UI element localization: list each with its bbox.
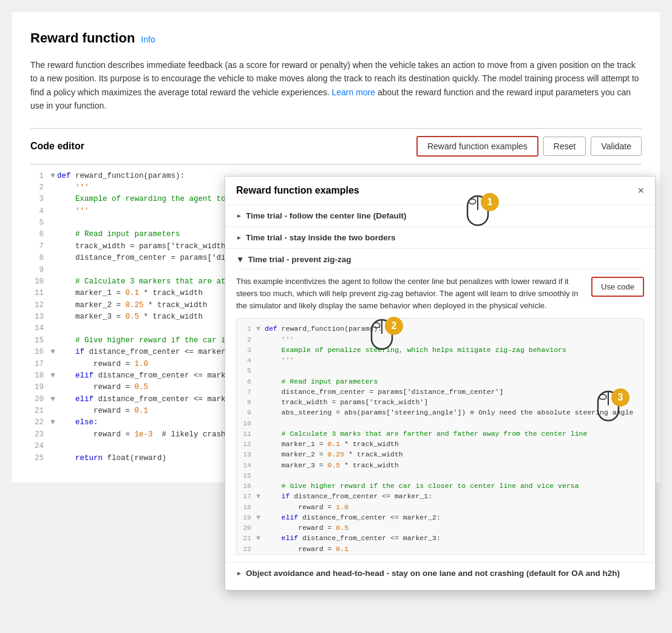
annotation-circle-1: 1 bbox=[481, 193, 499, 211]
modal-code-line: 23▼ else: bbox=[237, 554, 643, 555]
modal-code-line: 3 Example of penalize steering, which he… bbox=[237, 345, 643, 355]
modal-code-line: 20 reward = 0.5 bbox=[237, 523, 643, 533]
accordion-item-1: ► Time trial - follow the center line (D… bbox=[225, 205, 655, 227]
modal-code-line: 9 abs_steering = abs(params['steering_an… bbox=[237, 407, 643, 418]
modal-code-line: 18 reward = 1.0 bbox=[237, 502, 643, 512]
modal-code-line: 15 bbox=[237, 470, 643, 481]
svg-point-8 bbox=[599, 394, 606, 399]
modal-code-line: 7 distance_from_center = params['distanc… bbox=[237, 387, 643, 397]
chevron-right-icon-1: ► bbox=[236, 212, 242, 219]
accordion-label-1: Time trial - follow the center line (Def… bbox=[246, 211, 407, 220]
code-editor-header: Code editor Reward function examples Res… bbox=[30, 128, 642, 164]
modal-code-line: 19▼ elif distance_from_center <= marker_… bbox=[237, 512, 643, 523]
accordion-label-4: Object avoidance and head-to-head - stay… bbox=[246, 569, 620, 578]
header-buttons: Reward function examples Reset Validate bbox=[416, 136, 642, 157]
reward-function-examples-modal: Reward function examples × ► Time trial … bbox=[225, 176, 656, 591]
main-container: Reward function Info The reward function… bbox=[12, 12, 660, 482]
accordion-label-2: Time trial - stay inside the two borders bbox=[246, 233, 396, 242]
modal-code-area: 1▼def reward_function(params):2 '''3 Exa… bbox=[236, 318, 644, 555]
modal-header: Reward function examples × bbox=[225, 177, 655, 205]
annotation-3-area: 3 bbox=[592, 388, 625, 436]
modal-code-line: 13 marker_2 = 0.25 * track_width bbox=[237, 449, 643, 459]
modal-code-line: 5 bbox=[237, 365, 643, 376]
annotation-1-area: 1 bbox=[461, 193, 495, 241]
reward-function-examples-button[interactable]: Reward function examples bbox=[416, 136, 538, 157]
modal-code-line: 8 track_width = params['track_width'] bbox=[237, 397, 643, 407]
accordion-item-3: ▼ Time trial - prevent zig-zag This exam… bbox=[225, 249, 655, 563]
accordion-header-2[interactable]: ► Time trial - stay inside the two borde… bbox=[225, 227, 655, 248]
chevron-right-icon-4: ► bbox=[236, 570, 242, 577]
chevron-right-icon-2: ► bbox=[236, 234, 242, 241]
modal-code-line: 22 reward = 0.1 bbox=[237, 544, 643, 554]
modal-code-line: 1▼def reward_function(params): bbox=[237, 323, 643, 334]
accordion-expanded-header-3[interactable]: ▼ Time trial - prevent zig-zag bbox=[236, 249, 644, 269]
modal-code-line: 21▼ elif distance_from_center <= marker_… bbox=[237, 533, 643, 543]
annotation-circle-2: 2 bbox=[385, 317, 403, 335]
code-editor-title: Code editor bbox=[30, 141, 84, 152]
svg-point-2 bbox=[469, 199, 476, 204]
learn-more-link[interactable]: Learn more bbox=[331, 87, 375, 97]
expanded-desc-text: This example incentivizes the agent to f… bbox=[236, 276, 585, 312]
modal-title: Reward function examples bbox=[236, 185, 359, 196]
accordion-item-4[interactable]: ► Object avoidance and head-to-head - st… bbox=[225, 563, 655, 584]
modal-code-line: 17▼ if distance_from_center <= marker_1: bbox=[237, 491, 643, 501]
modal-body: ► Time trial - follow the center line (D… bbox=[225, 205, 655, 590]
use-code-button[interactable]: Use code bbox=[591, 277, 644, 297]
accordion-header-1[interactable]: ► Time trial - follow the center line (D… bbox=[225, 205, 655, 226]
modal-code-line: 4 ''' bbox=[237, 355, 643, 365]
annotation-2-area: 2 bbox=[365, 317, 399, 365]
annotation-circle-3: 3 bbox=[611, 388, 630, 407]
modal-code-line: 16 # Give higher reward if the car is cl… bbox=[237, 481, 643, 491]
validate-button[interactable]: Validate bbox=[591, 137, 642, 156]
page-title-area: Reward function Info bbox=[30, 30, 642, 46]
info-link[interactable]: Info bbox=[141, 35, 155, 44]
modal-code-line: 14 marker_3 = 0.5 * track_width bbox=[237, 460, 643, 470]
accordion-expanded-3: ▼ Time trial - prevent zig-zag This exam… bbox=[225, 249, 655, 562]
svg-point-5 bbox=[373, 323, 380, 328]
description-text: The reward function describes immediate … bbox=[30, 58, 642, 113]
modal-code-line: 11 # Calculate 3 marks that are farther … bbox=[237, 428, 643, 439]
modal-code-line: 2 ''' bbox=[237, 334, 643, 345]
accordion-item-2: ► Time trial - stay inside the two borde… bbox=[225, 227, 655, 249]
modal-close-button[interactable]: × bbox=[637, 185, 644, 196]
chevron-down-icon-3: ▼ bbox=[236, 255, 244, 264]
accordion-label-3: Time trial - prevent zig-zag bbox=[248, 255, 351, 264]
reset-button[interactable]: Reset bbox=[543, 137, 586, 156]
modal-code-line: 10 bbox=[237, 418, 643, 428]
modal-code-line: 12 marker_1 = 0.1 * track_width bbox=[237, 439, 643, 449]
modal-code-line: 6 # Read input parameters bbox=[237, 376, 643, 387]
page-title: Reward function bbox=[30, 30, 135, 46]
expanded-description-3: This example incentivizes the agent to f… bbox=[236, 269, 644, 318]
